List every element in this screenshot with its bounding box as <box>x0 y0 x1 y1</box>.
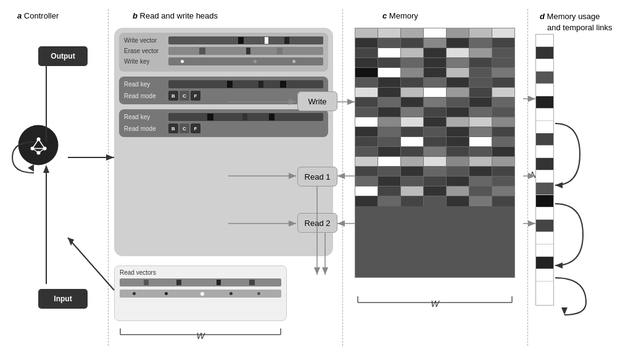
svg-marker-43 <box>528 96 535 102</box>
memory-row <box>355 38 514 48</box>
usage-bar <box>535 34 554 306</box>
mode-btn-F-1[interactable]: F <box>191 91 200 101</box>
divider-cd <box>527 9 528 346</box>
memory-row <box>355 186 514 196</box>
read-key-1-row: Read key <box>124 80 323 88</box>
mode-btn-F-2[interactable]: F <box>191 123 200 133</box>
svg-line-7 <box>38 148 44 152</box>
read-vectors-label: Read vectors <box>120 269 281 276</box>
memory-row <box>355 78 514 88</box>
svg-line-6 <box>32 148 38 152</box>
write-key-label: Write key <box>124 58 168 65</box>
erase-vector-row: Erase vector <box>124 47 323 55</box>
read-vector-bar-1 <box>120 278 281 286</box>
write-key-row: Write key <box>124 57 323 65</box>
read-vectors-box: Read vectors <box>114 265 287 321</box>
divider-ab <box>108 9 109 346</box>
read-key-1-label: Read key <box>124 81 168 88</box>
read-key-2-row: Read key <box>124 113 323 121</box>
svg-text:W: W <box>431 299 440 307</box>
memory-row <box>355 98 514 107</box>
memory-row <box>355 167 514 177</box>
write-key-bar <box>168 57 323 65</box>
write-vector-bar <box>168 36 323 44</box>
memory-row <box>355 137 514 147</box>
svg-marker-50 <box>561 307 568 315</box>
read-mode-1-row: Read mode B C F <box>124 91 323 101</box>
memory-row <box>355 68 514 78</box>
mode-buttons-2: B C F <box>168 123 200 133</box>
read-vector-bar-2 <box>120 290 281 298</box>
memory-grid <box>355 28 515 278</box>
svg-marker-47 <box>528 220 535 227</box>
write-vector-label: Write vector <box>124 37 168 44</box>
memory-row <box>355 177 514 186</box>
memory-row <box>355 147 514 157</box>
read-mode-1-label: Read mode <box>124 93 168 99</box>
memory-row <box>355 107 514 117</box>
svg-marker-37 <box>337 220 345 227</box>
mode-btn-C-1[interactable]: C <box>180 91 189 101</box>
mode-btn-B-1[interactable]: B <box>168 91 178 101</box>
svg-marker-41 <box>322 267 328 275</box>
read-key-2-bar <box>168 113 323 121</box>
svg-text:W: W <box>196 331 205 339</box>
read2-action-box: Read 2 <box>297 213 337 233</box>
mode-btn-B-2[interactable]: B <box>168 123 178 133</box>
memory-row <box>355 88 514 98</box>
memory-row <box>355 58 514 68</box>
memory-row <box>355 157 514 167</box>
memory-section: W N <box>349 28 521 312</box>
erase-vector-bar <box>168 47 323 55</box>
mode-btn-C-2[interactable]: C <box>180 123 189 133</box>
memory-row <box>355 28 514 38</box>
read-mode-2-label: Read mode <box>124 125 168 132</box>
write-head-box: Write vector Erase vector Write key <box>119 33 328 72</box>
w-bracket-rw: W <box>114 325 287 341</box>
read1-action-box: Read 1 <box>297 167 337 186</box>
svg-line-4 <box>32 139 38 148</box>
write-action-box: Write <box>297 91 337 111</box>
svg-marker-35 <box>337 173 345 179</box>
section-b-title: b Read and write heads <box>133 11 218 20</box>
read-mode-2-row: Read mode B C F <box>124 123 323 133</box>
read-key-2-label: Read key <box>124 114 168 120</box>
memory-row <box>355 48 514 58</box>
svg-marker-49 <box>555 262 563 269</box>
controller-section: Output Input <box>12 9 108 346</box>
memory-row <box>355 196 514 206</box>
mode-buttons-1: B C F <box>168 91 200 101</box>
section-c-title: c Memory <box>382 11 418 20</box>
read-head-2-box: Read key Read mode B C F <box>119 109 328 137</box>
memory-row <box>355 117 514 127</box>
controller-circle <box>19 125 59 165</box>
svg-marker-48 <box>555 182 563 188</box>
memory-row <box>355 127 514 137</box>
input-box: Input <box>38 289 88 309</box>
output-box: Output <box>38 46 88 66</box>
svg-line-5 <box>38 139 44 148</box>
write-vector-row: Write vector <box>124 36 323 44</box>
divider-bc <box>342 9 343 346</box>
memory-w-bracket: W <box>355 293 515 309</box>
erase-vector-label: Erase vector <box>124 48 168 54</box>
section-d-title: d Memory usage and temporal links <box>540 11 613 33</box>
read-key-1-bar <box>168 80 323 88</box>
svg-marker-39 <box>314 267 320 275</box>
